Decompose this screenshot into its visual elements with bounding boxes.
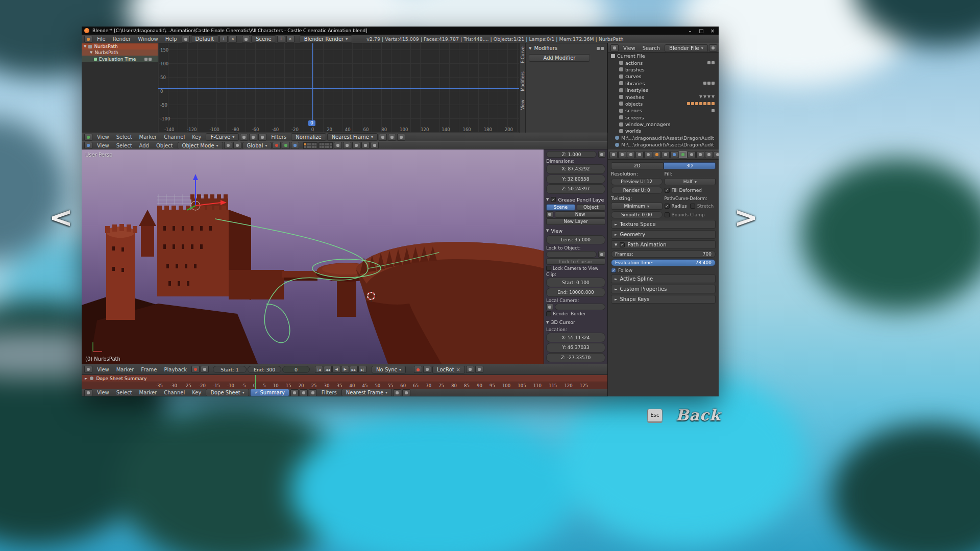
clip-start-field[interactable]: Start: 0.100 — [546, 278, 605, 287]
stretch-row[interactable]: Stretch — [690, 204, 714, 209]
lock-object-selector[interactable] — [546, 251, 597, 258]
window-titlebar[interactable]: Blender* [C:\Users\dragonaudit\...Animat… — [82, 27, 719, 35]
snap-magnet-icon[interactable] — [343, 142, 351, 149]
normalize-toggle[interactable]: Normalize — [291, 133, 326, 141]
hide-hidden-icon[interactable] — [300, 389, 308, 396]
terrain-model[interactable] — [356, 242, 544, 364]
gp-new-button[interactable]: New — [555, 211, 605, 218]
add-layout-button[interactable]: + — [219, 36, 228, 43]
curve-3d-button[interactable]: 3D — [664, 162, 716, 169]
menu-item[interactable]: Channel — [160, 134, 188, 140]
outliner-item-objects[interactable]: objects — [608, 101, 719, 107]
menu-item[interactable]: Object — [153, 143, 177, 148]
snap-element-dropdown[interactable] — [352, 142, 360, 149]
cursor-y-field[interactable]: Y: 46.37033 — [546, 343, 605, 353]
lock-to-scene-icon[interactable] — [334, 142, 342, 149]
menu-item[interactable]: View — [620, 45, 639, 51]
modifiers-tab-icon[interactable] — [670, 151, 678, 158]
channel-fcurve-row[interactable]: Evaluation Time — [82, 56, 158, 62]
render-layers-tab-icon[interactable] — [627, 151, 635, 158]
frames-field[interactable]: Frames: 700 — [611, 251, 716, 258]
render-border-row[interactable]: Render Border — [546, 311, 605, 316]
menu-item[interactable]: Add — [136, 143, 153, 148]
menu-item[interactable]: View — [93, 143, 113, 148]
outliner-item-scenes[interactable]: scenes — [608, 107, 719, 114]
delete-scene-button[interactable]: × — [286, 36, 295, 43]
ghost-curves-icon[interactable] — [397, 134, 405, 141]
sync-mode-dropdown[interactable]: No Sync ▾ — [372, 366, 406, 373]
play-button[interactable]: ▶ — [341, 366, 349, 373]
menu-item[interactable]: Marker — [136, 390, 161, 395]
outliner-library-path[interactable]: M:\...\dragonaudit\Assets\DragonAudit — [608, 135, 719, 141]
active-spline-panel-header[interactable]: ► Active Spline — [611, 274, 716, 283]
menu-item[interactable]: Key — [188, 390, 205, 395]
view3d-editor-type-icon[interactable] — [84, 142, 92, 149]
viewport-3d-scene[interactable] — [82, 149, 544, 364]
layer-grid-left[interactable] — [303, 142, 317, 149]
cursor-x-field[interactable]: X: 55.11324 — [546, 333, 605, 342]
viewport-shading-dropdown[interactable] — [224, 142, 232, 149]
paste-keyframes-icon[interactable] — [402, 389, 410, 396]
sidebar-tab[interactable]: View — [520, 99, 525, 110]
outliner-display-mode-dropdown[interactable]: Blender File ▾ — [665, 44, 708, 52]
path-animation-panel-header[interactable]: ▼ ✓ Path Animation — [611, 240, 716, 249]
lock-time-icon[interactable] — [201, 366, 209, 373]
lock-camera-checkbox[interactable] — [546, 266, 551, 271]
dimension-y-field[interactable]: Y: 32.80558 — [546, 174, 605, 184]
auto-keyframe-button[interactable]: ● — [414, 366, 422, 373]
twist-method-dropdown[interactable]: Minimum▾ — [611, 203, 663, 210]
outliner-item-actions[interactable]: actions — [608, 59, 719, 66]
material-tab-icon[interactable] — [688, 151, 696, 158]
summary-toggle[interactable]: ✓ Summary — [250, 389, 289, 396]
viewport-3d[interactable]: User Persp (0) NurbsPath — [82, 149, 544, 364]
prev-arrow-button[interactable]: < — [49, 203, 73, 232]
outliner-item-brushes[interactable]: brushes — [608, 66, 719, 73]
editor-type-icon[interactable] — [84, 36, 92, 43]
gp-source-scene-button[interactable]: Scene — [546, 204, 575, 211]
menu-item[interactable]: Marker — [136, 134, 161, 140]
graph-editor-type-icon[interactable] — [84, 134, 92, 141]
lock-icon[interactable] — [149, 58, 152, 61]
search-icon[interactable] — [709, 44, 717, 52]
paste-keyframes-icon[interactable] — [388, 134, 396, 141]
pivot-point-dropdown[interactable] — [233, 142, 241, 149]
frame-end-field[interactable]: End: 300 — [248, 366, 281, 373]
keying-set-dropdown[interactable]: LocRot × — [432, 366, 465, 373]
fill-deformed-row[interactable]: ✓Fill Deformed — [665, 188, 716, 193]
only-errors-icon[interactable] — [258, 134, 266, 141]
scale-z-field[interactable]: Z: 1.000 — [546, 151, 597, 158]
menu-item[interactable]: Playback — [160, 367, 190, 372]
stretch-checkbox[interactable] — [690, 204, 695, 209]
scene-browse-icon[interactable] — [242, 36, 250, 43]
local-camera-selector[interactable] — [555, 304, 605, 310]
curve-2d-button[interactable]: 2D — [611, 162, 664, 169]
menu-item[interactable]: Select — [113, 134, 136, 140]
prev-keyframe-button[interactable]: ◀◀ — [324, 366, 332, 373]
dope-sheet-ruler[interactable]: -35-30-25-20-15-10-505101520253035404550… — [82, 382, 607, 389]
grease-pencil-panel-header[interactable]: ▼ ✓ Grease Pencil Laye — [546, 196, 605, 204]
physics-tab-icon[interactable] — [714, 151, 719, 158]
dope-mode-dropdown[interactable]: Dope Sheet ▾ — [206, 389, 249, 396]
properties-editor-icon[interactable] — [609, 151, 618, 158]
filters-toggle[interactable]: Filters — [318, 390, 340, 395]
copy-keyframes-icon[interactable] — [393, 389, 401, 396]
insert-keyframe-icon[interactable] — [466, 366, 474, 373]
menu-item[interactable]: Key — [188, 134, 205, 140]
current-frame-field[interactable]: 0 — [282, 366, 310, 373]
radius-checkbox[interactable]: ✓ — [665, 204, 670, 209]
esc-key[interactable]: Esc — [647, 409, 663, 422]
render-tab-icon[interactable] — [618, 151, 626, 158]
menu-item[interactable]: View — [93, 367, 113, 372]
outliner-item-curves[interactable]: curves — [608, 73, 719, 80]
graph-mode-dropdown[interactable]: F-Curve ▾ — [206, 133, 239, 141]
pencil-icon[interactable] — [546, 211, 553, 218]
sidebar-tab[interactable]: F-Curve — [520, 46, 525, 63]
copy-keyframes-icon[interactable] — [379, 134, 387, 141]
menu-item[interactable]: Search — [639, 45, 664, 51]
fcurve-line[interactable] — [158, 88, 519, 89]
dope-current-frame-line[interactable] — [255, 375, 256, 389]
play-reverse-button[interactable]: ◀ — [332, 366, 340, 373]
close-button[interactable]: × — [709, 28, 716, 34]
fill-mode-dropdown[interactable]: Half▾ — [665, 178, 716, 185]
lock-camera-row[interactable]: Lock Camera to View — [546, 265, 605, 271]
